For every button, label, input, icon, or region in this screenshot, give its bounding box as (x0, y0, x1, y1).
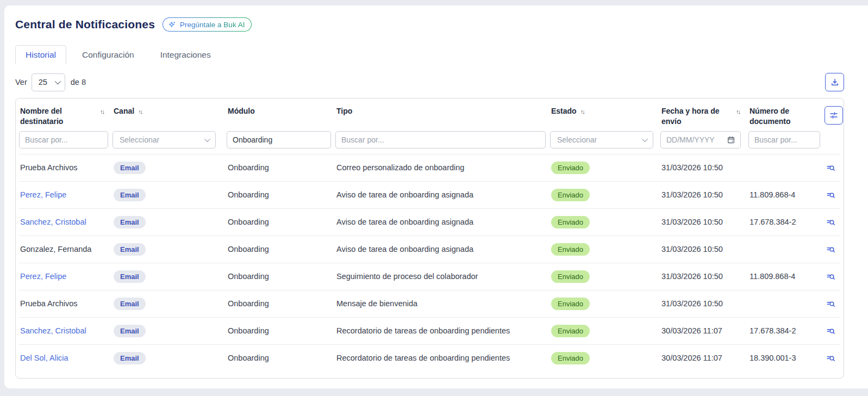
col-header-type: Tipo (335, 105, 550, 116)
type-cell: Aviso de tarea de onboarding asignada (335, 215, 550, 228)
recipient-name-link[interactable]: Sanchez, Cristobal (20, 326, 86, 335)
table-row: Perez, Felipe Email Onboarding Aviso de … (19, 181, 840, 208)
channel-badge: Email (114, 162, 146, 174)
status-badge: Enviado (551, 243, 590, 256)
datetime-cell: 31/03/2026 10:50 (660, 215, 748, 228)
total-count-label: de 8 (71, 78, 86, 86)
list-search-icon[interactable] (826, 271, 836, 282)
list-search-icon[interactable] (826, 217, 836, 227)
table-row: Del Sol, Alicia Email Onboarding Recorda… (19, 344, 840, 372)
col-header-module: Módulo (227, 105, 335, 116)
filter-channel-select[interactable]: Seleccionar (113, 131, 216, 148)
list-search-icon[interactable] (826, 299, 836, 309)
channel-badge: Email (114, 243, 146, 256)
calendar-icon (727, 135, 735, 144)
sort-arrows-icon[interactable]: ↑↓ (736, 108, 740, 116)
page-header: Central de Notificaciones Pregúntale a B… (11, 13, 844, 33)
filter-date-input[interactable]: DD/MM/YYYY (660, 131, 741, 148)
channel-badge: Email (114, 189, 146, 201)
recipient-name-link[interactable]: Prueba Archivos (20, 299, 78, 308)
list-search-icon[interactable] (826, 353, 836, 363)
table-row: Sanchez, Cristobal Email Onboarding Avis… (19, 208, 840, 236)
status-badge: Enviado (551, 325, 590, 337)
sliders-icon (829, 110, 839, 120)
channel-badge: Email (114, 352, 146, 364)
download-button[interactable] (825, 73, 844, 91)
ask-buk-ai-button[interactable]: Pregúntale a Buk AI (163, 17, 252, 32)
document-cell (748, 247, 825, 251)
table-row: Prueba Archivos Email Onboarding Mensaje… (19, 290, 840, 317)
module-cell: Onboarding (227, 188, 335, 201)
status-badge: Enviado (551, 189, 590, 201)
table-row: Sanchez, Cristobal Email Onboarding Reco… (19, 317, 840, 344)
sort-arrows-icon[interactable]: ↑↓ (138, 108, 142, 116)
module-cell: Onboarding (227, 243, 335, 256)
module-cell: Onboarding (227, 351, 335, 364)
list-search-icon[interactable] (826, 163, 836, 173)
tab-configuracion[interactable]: Configuración (72, 45, 145, 64)
filter-document-input[interactable] (748, 131, 820, 148)
col-header-status: Estado ↑↓ (550, 105, 660, 116)
sort-arrows-icon[interactable]: ↑↓ (100, 108, 104, 116)
recipient-name-link[interactable]: Gonzalez, Fernanda (20, 245, 91, 253)
module-cell: Onboarding (227, 297, 335, 310)
recipient-name-link[interactable]: Sanchez, Cristobal (20, 218, 86, 226)
status-badge: Enviado (551, 162, 590, 174)
page-size-select[interactable]: 25 (32, 73, 65, 91)
datetime-cell: 31/03/2026 10:50 (660, 161, 748, 174)
recipient-name-link[interactable]: Del Sol, Alicia (20, 354, 68, 362)
channel-badge: Email (114, 270, 146, 283)
datetime-cell: 31/03/2026 10:50 (660, 270, 748, 283)
recipient-name-link[interactable]: Perez, Felipe (20, 190, 66, 199)
filter-status-select[interactable]: Seleccionar (550, 131, 653, 148)
document-cell (748, 301, 825, 306)
page-title: Central de Notificaciones (15, 18, 155, 31)
col-header-channel: Canal ↑↓ (113, 105, 227, 116)
filter-module-input[interactable] (227, 131, 331, 148)
type-cell: Mensaje de bienvenida (335, 297, 550, 310)
tab-historial[interactable]: Historial (15, 45, 66, 64)
module-cell: Onboarding (227, 161, 335, 174)
filter-name-input[interactable] (19, 131, 108, 148)
table-row: Perez, Felipe Email Onboarding Seguimien… (19, 263, 840, 290)
list-search-icon[interactable] (826, 326, 836, 336)
chevron-down-icon (204, 136, 210, 142)
table-row: Prueba Archivos Email Onboarding Correo … (19, 154, 840, 181)
chevron-down-icon (55, 78, 61, 84)
sparkle-icon (168, 20, 177, 29)
column-settings-button[interactable] (825, 106, 843, 125)
table-row: Gonzalez, Fernanda Email Onboarding Avis… (19, 236, 840, 263)
toolbar: Ver 25 de 8 (15, 73, 844, 91)
recipient-name-link[interactable]: Prueba Archivos (20, 163, 78, 172)
type-cell: Aviso de tarea de onboarding asignada (335, 188, 550, 201)
document-cell: 17.678.384-2 (748, 215, 825, 228)
status-badge: Enviado (551, 270, 590, 283)
notification-center-card: Central de Notificaciones Pregúntale a B… (4, 5, 868, 388)
tab-integraciones[interactable]: Integraciones (150, 45, 221, 64)
datetime-cell: 30/03/2026 11:07 (660, 324, 748, 337)
document-cell (748, 165, 825, 170)
list-search-icon[interactable] (826, 244, 836, 255)
recipient-name-link[interactable]: Perez, Felipe (20, 272, 66, 281)
sort-arrows-icon[interactable]: ↑↓ (580, 108, 584, 116)
document-cell: 17.678.384-2 (748, 324, 825, 337)
list-search-icon[interactable] (826, 190, 836, 200)
datetime-cell: 31/03/2026 10:50 (660, 297, 748, 310)
channel-badge: Email (114, 216, 146, 228)
datetime-cell: 31/03/2026 10:50 (660, 188, 748, 201)
col-header-name: Nombre del destinatario ↑↓ (19, 105, 113, 127)
type-cell: Seguimiento de proceso del colaborador (335, 270, 550, 283)
module-cell: Onboarding (227, 324, 335, 337)
chevron-down-icon (642, 136, 648, 142)
document-cell: 11.809.868-4 (748, 188, 825, 201)
type-cell: Recordatorio de tareas de onboarding pen… (335, 324, 550, 337)
status-badge: Enviado (551, 216, 590, 228)
filter-type-input[interactable] (335, 131, 546, 148)
page-size-label: Ver (15, 78, 27, 86)
download-icon (830, 77, 840, 87)
ask-buk-ai-label: Pregúntale a Buk AI (180, 21, 245, 29)
page-size-value: 25 (39, 78, 47, 86)
table-filter-row: Seleccionar Seleccionar DD/MM/YYYY (19, 127, 840, 154)
type-cell: Recordatorio de tareas de onboarding pen… (335, 351, 550, 364)
module-cell: Onboarding (227, 270, 335, 283)
